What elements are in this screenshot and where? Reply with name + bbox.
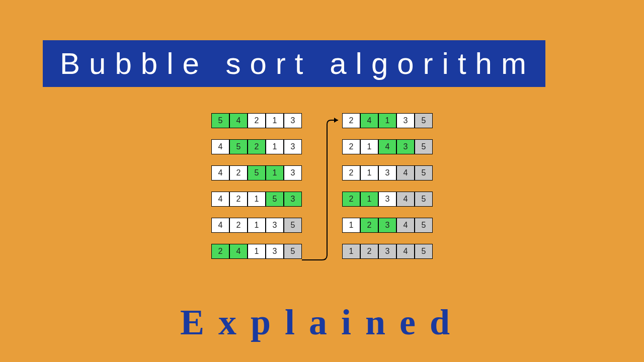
array-cell: 1	[360, 165, 378, 180]
array-cell: 5	[415, 113, 433, 128]
array-cell: 1	[248, 192, 266, 207]
array-cell: 3	[396, 139, 415, 154]
array-cell: 3	[284, 192, 302, 207]
diagram-left-column: 542134521342513421534213524135	[211, 113, 302, 259]
array-cell: 3	[378, 218, 396, 233]
array-cell: 4	[229, 113, 248, 128]
array-row: 12345	[342, 244, 433, 259]
array-cell: 5	[284, 244, 302, 259]
array-cell: 1	[266, 165, 284, 180]
array-row: 21345	[342, 165, 433, 180]
array-cell: 2	[248, 139, 266, 154]
array-cell: 3	[284, 139, 302, 154]
array-cell: 5	[248, 165, 266, 180]
page-title: Bubble sort algorithm	[43, 40, 545, 87]
array-cell: 4	[211, 165, 229, 180]
array-cell: 3	[378, 244, 396, 259]
array-cell: 1	[266, 113, 284, 128]
array-cell: 2	[342, 192, 360, 207]
array-cell: 3	[378, 165, 396, 180]
array-cell: 1	[360, 192, 378, 207]
array-cell: 1	[266, 139, 284, 154]
array-cell: 5	[284, 218, 302, 233]
array-cell: 2	[248, 113, 266, 128]
array-cell: 4	[396, 192, 415, 207]
array-row: 24135	[342, 113, 433, 128]
array-cell: 1	[378, 113, 396, 128]
array-row: 24135	[211, 244, 302, 259]
array-cell: 1	[248, 244, 266, 259]
diagram-right-column: 241352143521345213451234512345	[342, 113, 433, 259]
array-row: 21435	[342, 139, 433, 154]
array-cell: 5	[415, 139, 433, 154]
array-cell: 2	[229, 165, 248, 180]
array-cell: 3	[284, 165, 302, 180]
diagram-arrow-gap	[302, 113, 342, 259]
array-row: 45213	[211, 139, 302, 154]
bubble-sort-diagram: 542134521342513421534213524135 241352143…	[0, 113, 644, 259]
array-cell: 2	[229, 218, 248, 233]
array-row: 54213	[211, 113, 302, 128]
array-cell: 4	[211, 139, 229, 154]
array-row: 42135	[211, 218, 302, 233]
array-cell: 2	[360, 244, 378, 259]
array-cell: 1	[360, 139, 378, 154]
array-cell: 5	[415, 192, 433, 207]
array-cell: 2	[342, 113, 360, 128]
array-cell: 4	[396, 244, 415, 259]
array-cell: 5	[266, 192, 284, 207]
array-cell: 4	[211, 218, 229, 233]
array-row: 42513	[211, 165, 302, 180]
array-cell: 4	[360, 113, 378, 128]
array-cell: 2	[211, 244, 229, 259]
array-cell: 3	[378, 192, 396, 207]
array-cell: 3	[396, 113, 415, 128]
array-cell: 3	[266, 244, 284, 259]
array-cell: 2	[360, 218, 378, 233]
array-cell: 4	[396, 165, 415, 180]
array-row: 12345	[342, 218, 433, 233]
array-cell: 1	[342, 244, 360, 259]
array-cell: 5	[415, 244, 433, 259]
array-cell: 1	[342, 218, 360, 233]
array-cell: 3	[284, 113, 302, 128]
subtitle: Explained	[180, 302, 464, 343]
array-cell: 5	[211, 113, 229, 128]
array-cell: 1	[248, 218, 266, 233]
array-cell: 5	[415, 218, 433, 233]
flow-arrow-icon	[302, 113, 342, 269]
array-cell: 4	[378, 139, 396, 154]
array-cell: 4	[396, 218, 415, 233]
array-cell: 2	[229, 192, 248, 207]
array-cell: 4	[229, 244, 248, 259]
array-cell: 5	[229, 139, 248, 154]
array-row: 42153	[211, 192, 302, 207]
array-cell: 2	[342, 139, 360, 154]
array-row: 21345	[342, 192, 433, 207]
array-cell: 5	[415, 165, 433, 180]
array-cell: 4	[211, 192, 229, 207]
array-cell: 2	[342, 165, 360, 180]
array-cell: 3	[266, 218, 284, 233]
